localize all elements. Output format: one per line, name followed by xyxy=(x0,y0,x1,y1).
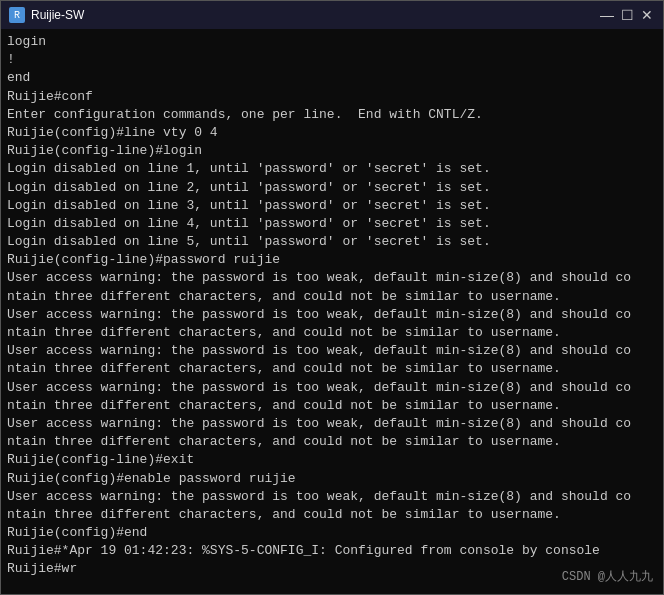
app-icon: R xyxy=(9,7,25,23)
title-bar-left: R Ruijie-SW xyxy=(9,7,84,23)
terminal-window: R Ruijie-SW — ☐ ✕ login ! end Ruijie#con… xyxy=(0,0,664,595)
title-bar: R Ruijie-SW — ☐ ✕ xyxy=(1,1,663,29)
terminal-output: login ! end Ruijie#conf Enter configurat… xyxy=(7,33,657,594)
maximize-button[interactable]: ☐ xyxy=(619,7,635,23)
terminal-body[interactable]: login ! end Ruijie#conf Enter configurat… xyxy=(1,29,663,594)
watermark: CSDN @人人九九 xyxy=(562,569,653,586)
window-controls: — ☐ ✕ xyxy=(599,7,655,23)
window-title: Ruijie-SW xyxy=(31,8,84,22)
minimize-button[interactable]: — xyxy=(599,7,615,23)
close-button[interactable]: ✕ xyxy=(639,7,655,23)
